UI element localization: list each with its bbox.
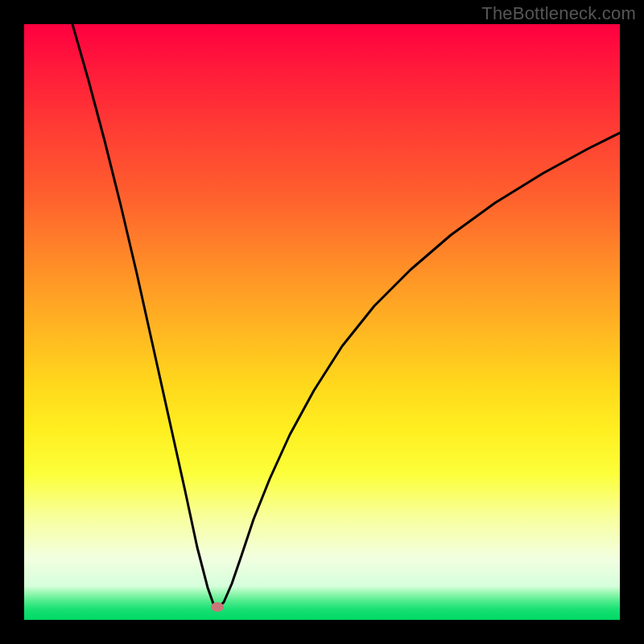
optimal-point-marker (211, 602, 224, 612)
green-band (24, 586, 620, 620)
gradient-background (24, 24, 620, 586)
plot-area (24, 24, 620, 620)
watermark-text: TheBottleneck.com (481, 3, 636, 24)
chart-container: TheBottleneck.com (0, 0, 644, 644)
